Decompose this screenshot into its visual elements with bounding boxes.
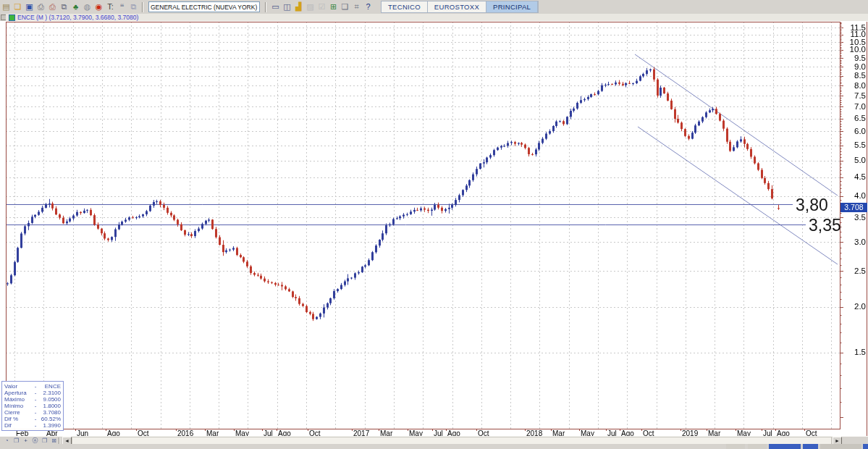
context-help-icon[interactable]: ? xyxy=(363,1,374,12)
chart-window-title: ENCE (M ) (3.7120, 3.7900, 3.6680, 3.708… xyxy=(17,14,138,21)
y-axis-tick-label: 7.0 xyxy=(854,102,866,112)
chart-toolbar-group: ▭◫▟▨☑⊞❏⌗? xyxy=(269,1,374,12)
legend-row: Cierre-3.7080 xyxy=(4,409,61,416)
legend-label: Dif % xyxy=(4,416,32,422)
y-axis-tick-label: 6.0 xyxy=(854,127,866,136)
y-axis-tick-label: 8.0 xyxy=(854,81,866,91)
legend-row: Valor-ENCE xyxy=(4,383,61,390)
chart-window-titlebar[interactable]: ENCE (M ) (3.7120, 3.7900, 3.6680, 3.708… xyxy=(6,14,868,21)
globe-icon[interactable]: ◍ xyxy=(82,1,93,12)
comment-icon[interactable]: ❏ xyxy=(340,1,350,12)
legend-dash: - xyxy=(32,416,39,422)
y-axis-tick-label: 2.5 xyxy=(854,267,866,276)
toolbar-separator xyxy=(142,2,143,12)
price-axis[interactable]: 11.511.010.510.09.59.08.58.07.57.06.56.0… xyxy=(840,21,868,436)
workspace-tabbar: TECNICOEUROSTOXXPRINCIPAL xyxy=(381,1,539,13)
text-annotation-icon[interactable]: T: xyxy=(105,1,116,12)
tab-tecnico[interactable]: TECNICO xyxy=(382,1,428,12)
y-axis-tick-label: 4.5 xyxy=(854,172,866,182)
legend-label: Máximo xyxy=(4,396,32,403)
last-price-badge: 3.708 xyxy=(840,203,867,212)
legend-dash: - xyxy=(32,409,39,416)
print-icon[interactable]: ⎙ xyxy=(35,1,46,12)
y-axis-tick-label: 4.0 xyxy=(854,191,866,201)
legend-value: 60.52% xyxy=(39,416,61,422)
chart-types-icon[interactable]: ◫ xyxy=(282,1,292,12)
legend-value: 1.8000 xyxy=(39,403,61,409)
legend-value: 2.3100 xyxy=(39,390,61,396)
legend-dash: - xyxy=(32,396,39,403)
new-chart-window-icon[interactable]: ▭ xyxy=(270,1,281,12)
snapshot-icon[interactable]: ▨ xyxy=(305,1,316,12)
chat-icon[interactable]: ❝ xyxy=(117,1,127,12)
status-badge xyxy=(748,444,767,449)
legend-dash: - xyxy=(32,390,39,396)
y-axis-tick-label: 9.0 xyxy=(854,62,866,72)
volume-chart-icon[interactable]: ▟ xyxy=(293,1,304,12)
status-bar-partial xyxy=(0,444,868,449)
toolbar-separator xyxy=(59,437,60,444)
legend-row: Dif %-60.52% xyxy=(4,416,61,422)
y-axis-tick-label: 6.5 xyxy=(854,114,866,123)
y-axis-tick-label: 3.0 xyxy=(854,238,866,247)
legend-row: Máximo-9.0500 xyxy=(4,396,61,403)
copy-icon[interactable]: ⧉ xyxy=(59,1,69,12)
file-toolbar-group: ▤❏▣⎙⎙⧉♣◍◉T:❝⧉ xyxy=(0,1,139,12)
open-folder-icon[interactable]: ❏ xyxy=(12,1,23,12)
legend-row: Apertura-2.3100 xyxy=(4,390,61,396)
y-axis-tick-label: 3.5 xyxy=(854,213,866,222)
alerts-icon[interactable]: ◉ xyxy=(93,1,104,12)
y-axis-tick-label: 7.5 xyxy=(854,91,866,101)
legend-dash: - xyxy=(32,403,39,409)
save-icon[interactable]: ▣ xyxy=(24,1,35,12)
price-level-annotation[interactable]: 3,35 xyxy=(809,216,841,235)
zoom-selection-icon[interactable]: ⌗ xyxy=(351,1,362,12)
status-badge xyxy=(820,444,861,449)
trading-app-window: { "toolbar": { "symbol_input": "GENERAL … xyxy=(0,0,868,449)
legend-row: Dif-1.3990 xyxy=(4,422,61,429)
legend-row: Mínimo-1.8000 xyxy=(4,403,61,409)
objects-tree-icon[interactable]: ♣ xyxy=(70,1,81,12)
status-badge xyxy=(726,444,745,449)
legend-value: 9.0500 xyxy=(39,396,61,403)
legend-value: 3.7080 xyxy=(39,409,61,416)
linked-windows-icon[interactable]: ⧉ xyxy=(128,1,139,12)
legend-dash: - xyxy=(32,422,39,429)
legend-label: Valor xyxy=(4,383,32,390)
status-badge xyxy=(803,444,818,449)
quote-legend-box: Valor-ENCEApertura-2.3100Máximo-9.0500Mí… xyxy=(1,381,64,431)
y-axis-tick-label: 5.5 xyxy=(854,140,866,150)
status-badge xyxy=(863,444,868,449)
new-document-icon[interactable]: ▤ xyxy=(1,1,12,12)
legend-value: ENCE xyxy=(39,383,61,390)
legend-label: Dif xyxy=(4,422,32,429)
print-setup-icon[interactable]: ⎙ xyxy=(47,1,58,12)
y-axis-tick-label: 5.0 xyxy=(854,156,866,165)
add-indicator-icon[interactable]: ⊞ xyxy=(328,1,339,12)
legend-value: 1.3990 xyxy=(39,422,61,429)
status-badge xyxy=(769,444,801,449)
legend-label: Cierre xyxy=(4,409,32,416)
legend-label: Mínimo xyxy=(4,403,32,409)
toolbar-separator xyxy=(265,2,266,12)
candlestick-chart-canvas[interactable] xyxy=(0,21,868,436)
y-axis-tick-label: 1.5 xyxy=(854,348,866,357)
y-axis-tick-label: 2.0 xyxy=(854,302,866,311)
price-level-annotation[interactable]: 3,80 xyxy=(796,196,828,215)
apply-template-icon[interactable]: ☑ xyxy=(316,1,327,12)
legend-label: Apertura xyxy=(4,390,32,396)
tab-eurostoxx[interactable]: EUROSTOXX xyxy=(428,1,486,12)
tab-principal[interactable]: PRINCIPAL xyxy=(486,1,538,12)
instrument-status-icon xyxy=(9,14,15,21)
symbol-search-input[interactable] xyxy=(148,1,260,12)
y-axis-tick-label: 8.5 xyxy=(854,71,866,80)
main-toolbar: ▤❏▣⎙⎙⧉♣◍◉T:❝⧉ ▭◫▟▨☑⊞❏⌗? TECNICOEUROSTOXX… xyxy=(0,0,868,14)
legend-dash: - xyxy=(32,383,39,390)
